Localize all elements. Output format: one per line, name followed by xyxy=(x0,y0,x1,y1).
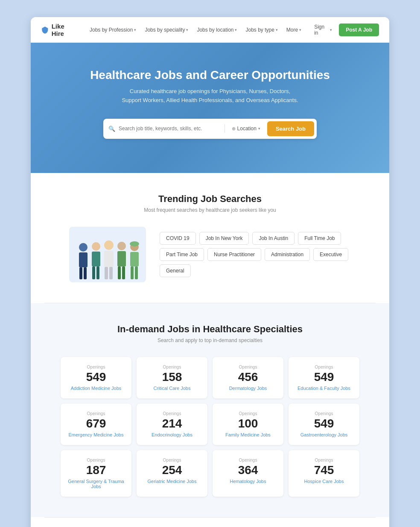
specialty-card: Openings 364 Hematology Jobs xyxy=(213,450,283,497)
specialty-card: Openings 549 Gastroenterology Jobs xyxy=(289,404,359,445)
specialty-name[interactable]: Hospice Care Jobs xyxy=(294,479,354,484)
openings-label: Openings xyxy=(294,365,354,369)
hero-title: Healthcare Jobs and Career Opportunities xyxy=(41,68,379,82)
specialty-cards-grid: Openings 549 Addiction Medicine Jobs Ope… xyxy=(61,357,359,497)
location-select[interactable]: ⊕ Location ▾ xyxy=(228,126,264,132)
svg-point-0 xyxy=(79,243,88,252)
nav-more[interactable]: More ▾ xyxy=(284,25,304,35)
svg-rect-7 xyxy=(96,266,99,279)
specialty-name[interactable]: Dermatology Jobs xyxy=(218,386,278,391)
hero-section: Healthcare Jobs and Career Opportunities… xyxy=(31,43,389,173)
openings-count: 158 xyxy=(142,371,202,383)
nav-jobs-profession[interactable]: Jobs by Profession ▾ xyxy=(87,25,139,35)
trending-container: COVID 19Job In New YorkJob In AustinFull… xyxy=(69,227,351,282)
svg-rect-11 xyxy=(109,267,113,279)
search-bar: 🔍 ⊕ Location ▾ Search Job xyxy=(103,119,317,139)
trending-tag[interactable]: Full Time Job xyxy=(298,232,341,245)
nav-jobs-speciality[interactable]: Jobs by speciality ▾ xyxy=(142,25,191,35)
trending-tag[interactable]: Executive xyxy=(313,248,348,261)
chevron-down-icon: ▾ xyxy=(330,28,332,32)
divider xyxy=(225,124,225,133)
trending-tag[interactable]: Nurse Practitioner xyxy=(207,248,261,261)
specialty-name[interactable]: Addiction Medicine Jobs xyxy=(66,386,126,391)
logo[interactable]: Like Hire xyxy=(41,23,77,37)
openings-label: Openings xyxy=(66,411,126,416)
popular-section: Popular Healthcare Career Locations xyxy=(31,518,389,527)
openings-label: Openings xyxy=(66,365,126,369)
chevron-down-icon: ▾ xyxy=(235,28,237,32)
svg-rect-13 xyxy=(117,251,126,266)
search-input[interactable] xyxy=(119,126,221,132)
chevron-down-icon: ▾ xyxy=(134,28,136,32)
trending-tag[interactable]: Part Time Job xyxy=(160,248,204,261)
navbar: Like Hire Jobs by Profession ▾ Jobs by s… xyxy=(31,17,389,43)
openings-label: Openings xyxy=(142,458,202,463)
svg-rect-17 xyxy=(130,252,139,266)
specialty-name[interactable]: Critical Care Jobs xyxy=(142,386,202,391)
location-icon: ⊕ xyxy=(232,126,236,132)
post-job-button[interactable]: Post A Job xyxy=(339,23,379,36)
openings-label: Openings xyxy=(294,411,354,416)
openings-label: Openings xyxy=(218,411,278,416)
trending-subtitle: Most frequent searches by healthcare job… xyxy=(44,207,376,213)
openings-count: 456 xyxy=(218,371,278,383)
svg-rect-3 xyxy=(84,267,87,279)
chevron-down-icon: ▾ xyxy=(276,28,278,32)
specialty-card: Openings 456 Dermatology Jobs xyxy=(213,357,283,398)
svg-rect-10 xyxy=(105,267,108,279)
openings-count: 214 xyxy=(142,418,202,430)
specialty-name[interactable]: Family Medicine Jobs xyxy=(218,432,278,437)
search-button[interactable]: Search Job xyxy=(267,121,314,136)
openings-count: 549 xyxy=(294,371,354,383)
specialties-section: In-demand Jobs in Healthcare Specialties… xyxy=(31,303,389,517)
shield-icon xyxy=(41,26,49,34)
specialties-subtitle: Search and apply to top in-demand specia… xyxy=(44,337,376,343)
specialties-title: In-demand Jobs in Healthcare Specialties xyxy=(44,324,376,335)
trending-tag[interactable]: Job In New York xyxy=(199,232,249,245)
svg-rect-19 xyxy=(135,266,138,279)
svg-rect-2 xyxy=(79,267,82,279)
nav-jobs-type[interactable]: Jobs by type ▾ xyxy=(243,25,280,35)
specialty-name[interactable]: Geriatric Medicine Jobs xyxy=(142,479,202,484)
openings-count: 364 xyxy=(218,464,278,476)
specialty-name[interactable]: Emergency Medicine Jobs xyxy=(66,432,126,437)
specialty-name[interactable]: Endocrinology Jobs xyxy=(142,432,202,437)
specialty-card: Openings 158 Critical Care Jobs xyxy=(137,357,207,398)
svg-rect-15 xyxy=(122,266,125,279)
trending-tags: COVID 19Job In New YorkJob In AustinFull… xyxy=(160,232,351,277)
openings-count: 549 xyxy=(294,418,354,430)
openings-count: 745 xyxy=(294,464,354,476)
trending-tag[interactable]: Administration xyxy=(265,248,310,261)
specialty-card: Openings 187 General Surgery & Trauma Jo… xyxy=(61,450,131,497)
svg-rect-14 xyxy=(118,266,121,279)
specialty-card: Openings 549 Addiction Medicine Jobs xyxy=(61,357,131,398)
trending-tag[interactable]: COVID 19 xyxy=(160,232,196,245)
svg-rect-6 xyxy=(92,266,95,279)
specialty-card: Openings 679 Emergency Medicine Jobs xyxy=(61,404,131,445)
specialty-card: Openings 254 Geriatric Medicine Jobs xyxy=(137,450,207,497)
openings-count: 100 xyxy=(218,418,278,430)
specialty-name[interactable]: Hematology Jobs xyxy=(218,479,278,484)
openings-label: Openings xyxy=(218,365,278,369)
svg-point-4 xyxy=(92,242,100,251)
openings-label: Openings xyxy=(66,458,126,463)
workers-svg xyxy=(71,231,144,282)
specialty-name[interactable]: Education & Faculty Jobs xyxy=(294,386,354,391)
specialty-card: Openings 100 Family Medicine Jobs xyxy=(213,404,283,445)
svg-rect-18 xyxy=(131,266,134,279)
specialty-name[interactable]: Gastroenterology Jobs xyxy=(294,432,354,437)
chevron-down-icon: ▾ xyxy=(299,28,301,32)
nav-jobs-location[interactable]: Jobs by location ▾ xyxy=(194,25,239,35)
chevron-down-icon: ▾ xyxy=(258,126,260,131)
openings-count: 187 xyxy=(66,464,126,476)
svg-point-12 xyxy=(117,242,126,250)
specialty-card: Openings 745 Hospice Care Jobs xyxy=(289,450,359,497)
signin-button[interactable]: Sign in ▾ xyxy=(311,22,335,38)
trending-tag[interactable]: General xyxy=(160,264,191,277)
svg-rect-5 xyxy=(92,252,100,266)
trending-tag[interactable]: Job In Austin xyxy=(252,232,295,245)
chevron-down-icon: ▾ xyxy=(186,28,188,32)
openings-count: 679 xyxy=(66,418,126,430)
svg-point-8 xyxy=(104,240,114,250)
specialty-name[interactable]: General Surgery & Trauma Jobs xyxy=(66,479,126,489)
